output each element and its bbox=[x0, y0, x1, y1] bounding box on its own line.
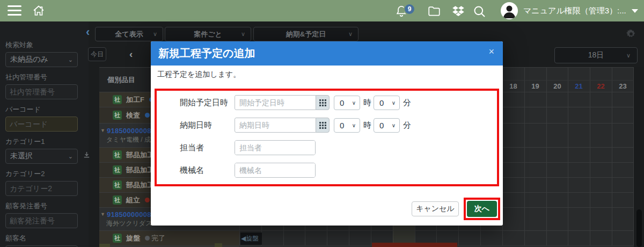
chevron-down-icon: ∨ bbox=[392, 122, 396, 128]
modal-header: 新規工程予定の追加 × bbox=[151, 41, 503, 66]
order-number-link[interactable]: 918500000086 bbox=[107, 127, 155, 135]
modal-title: 新規工程予定の追加 bbox=[158, 46, 255, 61]
status-dot-blue bbox=[145, 113, 150, 118]
add-process-schedule-modal: 新規工程予定の追加 × 工程予定を追加します。 開始予定日時 0∨ 時 0∨ 分… bbox=[151, 41, 503, 226]
collapse-triangle-icon[interactable]: ▼ bbox=[100, 212, 105, 217]
table-row[interactable]: 社旋盤完了 bbox=[99, 231, 634, 246]
today-button[interactable]: 今日 bbox=[88, 47, 106, 61]
range-value: 18日 bbox=[588, 50, 604, 60]
folder-icon[interactable] bbox=[427, 4, 442, 18]
user-account-label[interactable]: マニュアル権限（管理3）:... bbox=[523, 6, 626, 16]
filter-label: 全て表示 bbox=[115, 30, 143, 39]
process-name: 検査 bbox=[126, 111, 140, 120]
company-badge: 社 bbox=[113, 195, 122, 205]
minute-unit-label: 分 bbox=[403, 98, 411, 108]
settings-gear-icon[interactable] bbox=[626, 29, 636, 40]
hamburger-menu-icon[interactable] bbox=[8, 5, 21, 16]
status-text: 完了 bbox=[151, 234, 165, 243]
user-menu-caret-icon[interactable] bbox=[632, 9, 638, 13]
day-header-sunday: 22 bbox=[590, 82, 612, 90]
process-name: 旋盤 bbox=[126, 234, 140, 243]
company-badge: 社 bbox=[113, 150, 122, 159]
internal-control-number-input[interactable] bbox=[6, 85, 77, 99]
gantt-bar-olive bbox=[99, 244, 110, 247]
barcode-input[interactable] bbox=[6, 117, 77, 131]
day-header: 20 bbox=[546, 82, 568, 90]
start-hour-select[interactable]: 0∨ bbox=[334, 96, 360, 110]
search-icon[interactable] bbox=[472, 4, 487, 19]
minute-value: 0 bbox=[379, 98, 384, 107]
day-header: 19 bbox=[524, 82, 546, 90]
chevron-down-icon: ∨ bbox=[241, 31, 245, 38]
hour-value: 0 bbox=[340, 121, 344, 130]
start-datetime-label: 開始予定日時 bbox=[180, 98, 235, 108]
filter-label: 納期&予定日 bbox=[286, 30, 326, 39]
calendar-picker-icon[interactable] bbox=[316, 118, 330, 133]
start-minute-select[interactable]: 0∨ bbox=[374, 96, 400, 110]
customer-order-number-label: 顧客発注番号 bbox=[5, 201, 89, 211]
vertical-scrollbar-thumb[interactable] bbox=[636, 209, 642, 247]
search-filter-sidebar: 検索対象 未納品のみ ⌄ 社内管理番号 バーコード カテゴリー1 未選択 ⌄ カ… bbox=[0, 21, 89, 247]
start-datetime-input[interactable] bbox=[235, 96, 316, 110]
collapse-sidebar-chevron-icon[interactable]: ‹ bbox=[86, 27, 90, 38]
customer-name-label: 顧客名 bbox=[5, 234, 89, 243]
category2-label: カテゴリー2 bbox=[5, 169, 89, 179]
user-avatar[interactable] bbox=[501, 2, 518, 19]
form-row-person-in-charge: 担当者 bbox=[180, 140, 316, 155]
home-icon[interactable] bbox=[32, 4, 45, 17]
day-header-saturday: 21 bbox=[568, 82, 590, 90]
gantt-bar-olive bbox=[215, 243, 222, 247]
barcode-label: バーコード bbox=[5, 105, 89, 114]
chevron-down-icon: ∨ bbox=[153, 31, 157, 38]
filter-label: 案件ごと bbox=[194, 30, 222, 39]
machine-name-input[interactable] bbox=[235, 163, 315, 177]
order-number-link[interactable]: 918500000086 bbox=[107, 210, 155, 219]
internal-control-number-label: 社内管理番号 bbox=[5, 72, 89, 82]
due-datetime-label: 納期日時 bbox=[180, 120, 235, 130]
cancel-button[interactable]: キャンセル bbox=[412, 201, 459, 216]
gantt-bar-red[interactable] bbox=[372, 243, 457, 247]
collapse-triangle-icon[interactable]: ▼ bbox=[100, 128, 105, 133]
filter-by-project[interactable]: 案件ごと∨ bbox=[165, 27, 251, 41]
order-customer-sub: 海外ツクリダス bbox=[99, 219, 152, 228]
filter-display-all[interactable]: 全て表示∨ bbox=[95, 27, 163, 41]
search-target-label: 検索対象 bbox=[5, 40, 89, 50]
previous-period-chevron-icon[interactable]: ‹ bbox=[129, 48, 133, 60]
order-customer-sub: タミヤ電機 / 成 bbox=[99, 135, 151, 144]
calendar-picker-icon[interactable] bbox=[316, 95, 330, 110]
due-datetime-input[interactable] bbox=[235, 118, 316, 132]
company-badge: 社 bbox=[113, 234, 122, 243]
chevron-down-icon: ∨ bbox=[392, 100, 396, 106]
modal-close-icon[interactable]: × bbox=[488, 47, 494, 56]
day-header: 18 bbox=[502, 82, 524, 90]
dropbox-icon[interactable] bbox=[451, 4, 466, 18]
modal-description: 工程予定を追加します。 bbox=[157, 70, 240, 79]
gantt-bar-lathe[interactable]: ◀旋盤 bbox=[240, 233, 262, 245]
top-app-bar: 9 マニュアル権限（管理3）:... bbox=[0, 0, 644, 21]
machine-name-label: 機械名 bbox=[180, 165, 235, 176]
category1-select[interactable]: 未選択 ⌄ bbox=[5, 149, 78, 164]
person-in-charge-label: 担当者 bbox=[180, 143, 235, 153]
category2-input[interactable] bbox=[6, 181, 77, 195]
search-target-select[interactable]: 未納品のみ ⌄ bbox=[5, 52, 78, 67]
chevron-down-icon: ∨ bbox=[352, 122, 356, 128]
process-name: 組立 bbox=[126, 195, 140, 205]
due-minute-select[interactable]: 0∨ bbox=[374, 118, 400, 133]
search-target-value: 未納品のみ bbox=[10, 55, 48, 64]
process-name: 加工F bbox=[126, 95, 144, 105]
customer-order-number-input[interactable] bbox=[6, 214, 77, 228]
view-range-select[interactable]: 18日∨ bbox=[554, 47, 638, 63]
filter-due-date[interactable]: 納期&予定日∨ bbox=[253, 27, 358, 41]
vertical-scrollbar-track[interactable] bbox=[634, 67, 644, 247]
next-button[interactable]: 次へ bbox=[467, 201, 497, 217]
download-filter-icon[interactable] bbox=[83, 151, 91, 159]
due-hour-select[interactable]: 0∨ bbox=[334, 118, 360, 133]
person-in-charge-input[interactable] bbox=[235, 141, 315, 155]
day-header: 23 bbox=[612, 82, 634, 90]
category1-value: 未選択 bbox=[10, 151, 33, 161]
today-label: 今日 bbox=[91, 50, 104, 59]
minute-unit-label: 分 bbox=[403, 120, 411, 130]
chevron-down-icon: ⌄ bbox=[68, 153, 73, 160]
next-button-highlight: 次へ bbox=[464, 198, 500, 220]
chevron-down-icon: ⌄ bbox=[68, 56, 73, 63]
